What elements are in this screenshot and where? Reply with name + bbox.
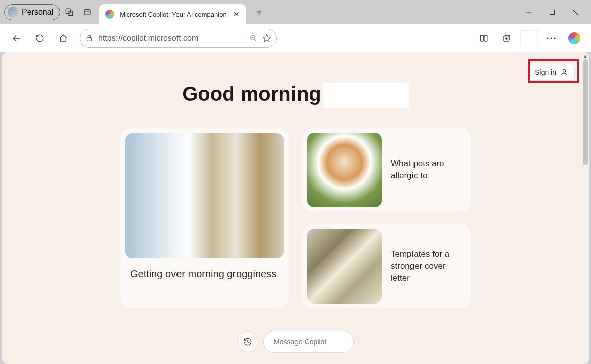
address-url: https://copilot.microsoft.com [98,34,244,43]
close-window-button[interactable] [564,4,587,20]
copilot-logo-icon [568,32,580,44]
copilot-sidebar-button[interactable] [565,29,584,48]
svg-rect-15 [484,35,487,41]
svg-line-11 [254,39,256,41]
profile-avatar-icon [8,7,19,18]
home-button[interactable] [53,29,73,48]
svg-point-19 [547,37,548,39]
minimize-button[interactable] [517,4,541,20]
window-titlebar: Personal Microsoft Copilot: Your AI comp… [0,0,591,24]
card-title: What pets are allergic to [391,158,466,182]
sign-in-button[interactable]: Sign in [528,64,575,81]
greeting-name-redacted [323,83,409,108]
card-title: Getting over morning grogginess [130,267,279,281]
profile-switcher[interactable]: Personal [4,4,60,20]
page-content: Sign in Good morning Getting over mornin… [2,52,589,364]
settings-more-button[interactable] [542,29,561,48]
svg-rect-5 [550,10,555,15]
collections-icon[interactable] [497,29,516,48]
svg-point-20 [550,37,552,39]
suggestion-cards: Getting over morning grogginess What pet… [2,128,589,308]
card-title: Templates for a stronger cover letter [391,248,466,284]
tab-actions-icon[interactable] [78,3,96,21]
card-image-dog [307,133,382,207]
profile-label: Personal [22,8,53,17]
extension-placeholder[interactable] [520,30,538,46]
close-tab-button[interactable]: ✕ [232,10,241,19]
suggestion-card-small[interactable]: What pets are allergic to [302,128,471,211]
address-bar[interactable]: https://copilot.microsoft.com [80,29,277,48]
workspaces-icon[interactable] [60,3,78,21]
history-button[interactable] [237,331,258,352]
scrollbar-thumb[interactable] [583,59,588,165]
new-tab-button[interactable]: + [251,4,267,20]
suggestion-card-large[interactable]: Getting over morning grogginess [120,128,289,308]
refresh-button[interactable] [30,29,49,48]
browser-toolbar: https://copilot.microsoft.com [0,24,591,52]
scrollbar[interactable]: ▲ [582,52,589,364]
site-lock-icon [85,34,93,42]
message-input[interactable]: Message Copilot [263,331,354,353]
svg-marker-13 [263,35,271,42]
browser-tab[interactable]: Microsoft Copilot: Your AI companion ✕ [99,4,246,24]
suggestion-card-small[interactable]: Templates for a stronger cover letter [302,224,471,308]
svg-point-21 [554,37,555,39]
maximize-button[interactable] [541,4,564,20]
svg-rect-9 [87,38,91,41]
card-image-curtains [125,133,284,258]
zoom-out-icon[interactable] [249,34,257,42]
card-image-vase [307,229,382,304]
svg-rect-2 [84,10,90,15]
split-screen-icon[interactable] [474,29,493,48]
back-button[interactable] [7,29,26,48]
svg-point-22 [563,70,565,72]
scroll-up-icon[interactable]: ▲ [583,53,588,59]
greeting-heading: Good morning [2,83,589,108]
favorite-star-icon[interactable] [262,34,271,43]
tab-title: Microsoft Copilot: Your AI companion [120,11,226,18]
history-icon [243,337,252,346]
compose-row: Message Copilot [237,331,354,353]
input-placeholder: Message Copilot [274,338,326,346]
copilot-favicon-icon [105,10,114,19]
sign-in-label: Sign in [535,68,556,76]
svg-rect-14 [480,35,483,41]
user-icon [560,68,568,76]
